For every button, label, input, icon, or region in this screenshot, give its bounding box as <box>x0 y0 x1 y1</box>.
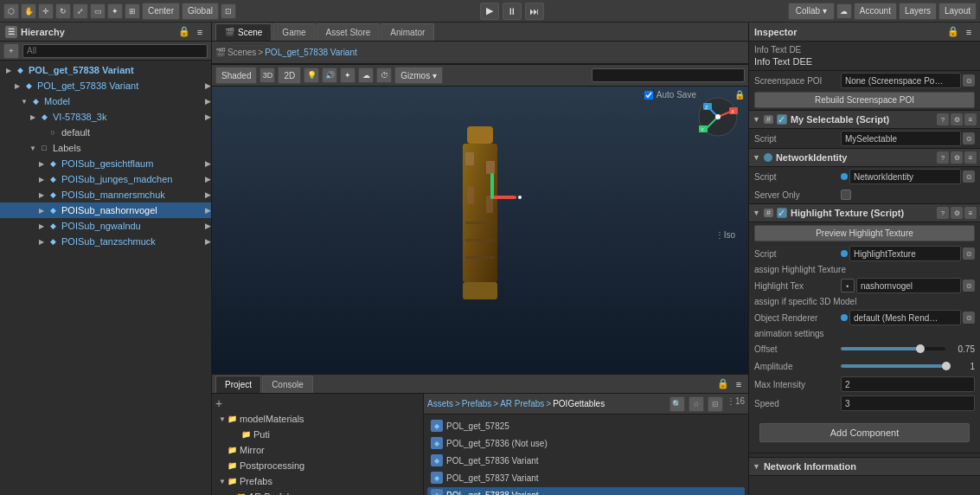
selectable-checkbox[interactable]: ✓ <box>777 114 787 125</box>
object-renderer-pick[interactable]: ⊙ <box>963 312 975 324</box>
highlight-tex-pick[interactable]: ⊙ <box>963 280 975 292</box>
transform-tool[interactable]: ✦ <box>107 3 123 19</box>
tab-game[interactable]: Game <box>272 23 315 41</box>
networkidentity-header[interactable]: ▼ NetworkIdentity ? ⚙ ≡ <box>749 148 980 167</box>
tree-item-2[interactable]: ▼ ◆ Model ▶ <box>0 93 211 109</box>
custom-tool[interactable]: ⊞ <box>125 3 140 19</box>
pause-button[interactable]: ⏸ <box>503 3 522 20</box>
server-only-checkbox[interactable] <box>841 190 851 200</box>
highlight-menu[interactable]: ≡ <box>964 207 977 219</box>
network-script-pick[interactable]: ⊙ <box>963 170 975 183</box>
project-tree-item[interactable]: ▼ 📁 Prefabs <box>214 473 421 489</box>
hand-tool[interactable]: ✋ <box>21 3 36 19</box>
tab-console[interactable]: Console <box>262 376 313 393</box>
selectable-component-header[interactable]: ▼ # ✓ My Selectable (Script) ? ⚙ ≡ <box>749 110 980 129</box>
amplitude-slider[interactable]: 1 <box>841 362 975 371</box>
add-hierarchy-icon[interactable]: + <box>3 43 19 59</box>
tree-item-9[interactable]: ▶ ◆ POISub_nashornvogel ▶ <box>0 202 211 218</box>
layout-dropdown[interactable]: Layout <box>938 3 977 20</box>
cloud-button[interactable]: ☁ <box>836 3 852 19</box>
shaded-dropdown[interactable]: Shaded <box>215 67 257 84</box>
audio-toggle[interactable]: 🔊 <box>322 68 337 83</box>
screenspace-poi-box[interactable]: None (Screenspace Po… <box>841 73 961 88</box>
selectable-menu[interactable]: ≡ <box>964 113 977 125</box>
autosave-checkbox[interactable] <box>644 91 653 100</box>
viewport-lock[interactable]: 🔒 <box>734 90 745 100</box>
view-toggle[interactable]: ⊟ <box>708 396 723 412</box>
unity-logo[interactable]: ⬡ <box>3 3 19 19</box>
inspector-lock[interactable]: 🔒 <box>947 26 959 38</box>
tab-scene[interactable]: 🎬 Scene <box>215 23 272 41</box>
search-assets-icon[interactable]: 🔍 <box>669 396 685 412</box>
highlight-help[interactable]: ? <box>937 207 949 219</box>
move-tool[interactable]: ✛ <box>38 3 54 19</box>
project-tree-item[interactable]: 📁 Postprocessing <box>214 458 421 473</box>
play-button[interactable]: ▶ <box>480 3 499 20</box>
tree-item-4[interactable]: ○ default <box>0 125 211 140</box>
offset-slider[interactable]: 0.75 <box>841 344 975 354</box>
light-toggle[interactable]: 💡 <box>304 68 319 83</box>
network-info-header[interactable]: ▼ Network Information <box>749 457 980 476</box>
filter-icon[interactable]: ☆ <box>689 396 704 412</box>
network-settings[interactable]: ⚙ <box>951 151 963 164</box>
breadcrumb-assets[interactable]: Assets <box>427 399 453 408</box>
rotate-tool[interactable]: ↻ <box>55 3 71 19</box>
highlight-settings[interactable]: ⚙ <box>951 207 963 219</box>
project-tree-item[interactable]: 📁 Mirror <box>214 442 421 458</box>
tree-item-root[interactable]: ▶ ◆ POL_get_57838 Variant <box>0 62 211 78</box>
asset-item[interactable]: ◆ POL_get_57838 Variant <box>427 487 745 495</box>
snap-tool[interactable]: ⊡ <box>221 3 236 19</box>
global-button[interactable]: Global <box>182 3 219 20</box>
highlight-script-box[interactable]: HighlightTexture <box>849 246 961 261</box>
hierarchy-lock[interactable]: 🔒 <box>178 26 190 38</box>
tree-item-6[interactable]: ▶ ◆ POISub_gesichtflaum ▶ <box>0 156 211 171</box>
highlight-component-header[interactable]: ▼ # ✓ Highlight Texture (Script) ? ⚙ ≡ <box>749 203 980 222</box>
project-tree-item[interactable]: 📁 Puti <box>214 427 421 442</box>
rect-tool[interactable]: ▭ <box>90 3 106 19</box>
center-button[interactable]: Center <box>142 3 180 20</box>
2d-toggle[interactable]: 2D <box>278 67 301 84</box>
project-lock[interactable]: 🔒 <box>717 378 729 390</box>
asset-item[interactable]: ◆ POL_get_57837 Variant <box>427 470 745 485</box>
speed-box[interactable]: 3 <box>841 395 975 411</box>
tab-animator[interactable]: Animator <box>381 23 434 41</box>
offset-thumb[interactable] <box>916 344 925 353</box>
scene-search-input[interactable] <box>592 68 745 82</box>
project-tree-item[interactable]: ▼ 📁 modelMaterials <box>214 411 421 427</box>
project-tree-item[interactable]: ▼ 📁 AR Prefabs <box>214 489 421 495</box>
tree-item-1[interactable]: ▶ ◆ POL_get_57838 Variant ▶ <box>0 78 211 93</box>
tab-project[interactable]: Project <box>215 376 261 393</box>
gizmos-dropdown[interactable]: Gizmos ▾ <box>394 67 443 84</box>
sky-toggle[interactable]: ☁ <box>358 68 374 83</box>
tree-item-5[interactable]: ▼ □ Labels <box>0 140 211 156</box>
scene-gizmo[interactable]: X Y Z <box>696 95 740 138</box>
rebuild-button[interactable]: Rebuild Screenspace POI <box>754 92 975 108</box>
breadcrumb-arprefabs[interactable]: AR Prefabs <box>500 399 544 408</box>
selectable-script-box[interactable]: MySelectable <box>841 131 961 146</box>
network-script-box[interactable]: NetworkIdentity <box>849 169 961 184</box>
highlight-script-pick[interactable]: ⊙ <box>963 248 975 260</box>
project-menu[interactable]: ≡ <box>733 378 745 390</box>
step-button[interactable]: ⏭ <box>525 3 544 20</box>
project-add[interactable]: + <box>214 395 421 411</box>
inspector-menu[interactable]: ≡ <box>963 26 975 38</box>
selectable-settings[interactable]: ⚙ <box>951 113 963 125</box>
breadcrumb-prefabs[interactable]: Prefabs <box>462 399 491 408</box>
dim-3d-toggle[interactable]: 3D <box>259 68 275 83</box>
tree-item-7[interactable]: ▶ ◆ POISub_junges_madchen ▶ <box>0 171 211 187</box>
hierarchy-menu[interactable]: ≡ <box>194 26 206 38</box>
object-renderer-box[interactable]: default (Mesh Rend… <box>849 310 961 325</box>
account-dropdown[interactable]: Account <box>854 3 897 20</box>
fx-toggle[interactable]: ✦ <box>340 68 355 83</box>
add-component-button[interactable]: Add Component <box>759 423 970 442</box>
breadcrumb-poigettables[interactable]: POIGettables <box>553 399 605 408</box>
selectable-script-pick[interactable]: ⊙ <box>963 132 975 145</box>
asset-item[interactable]: ◆ POL_get_57836 Variant <box>427 453 745 468</box>
tree-item-8[interactable]: ▶ ◆ POISub_mannersmchuk ▶ <box>0 187 211 202</box>
collab-button[interactable]: Collab ▾ <box>788 3 835 20</box>
max-intensity-box[interactable]: 2 <box>841 376 975 392</box>
asset-item[interactable]: ◆ POL_get_57836 (Not use) <box>427 435 745 451</box>
anim-toggle[interactable]: ⏱ <box>376 68 392 83</box>
asset-item[interactable]: ◆ POL_get_57825 <box>427 418 745 434</box>
tree-item-3[interactable]: ▶ ◆ VI-57838_3k ▶ <box>0 109 211 125</box>
